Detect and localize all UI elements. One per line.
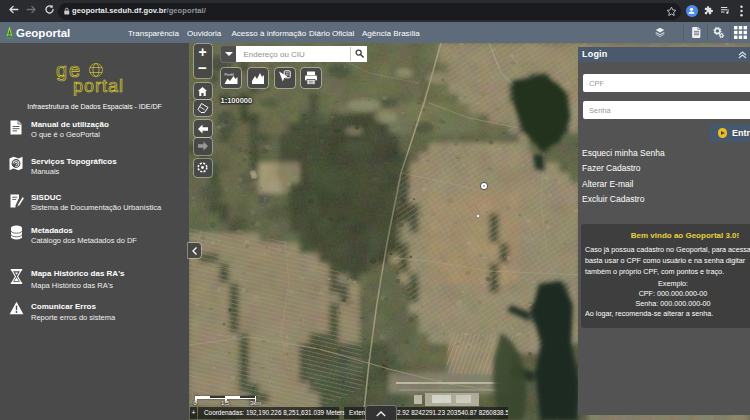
svg-text:Perfil: Perfil <box>224 71 233 76</box>
svg-text:portal: portal <box>73 76 124 96</box>
